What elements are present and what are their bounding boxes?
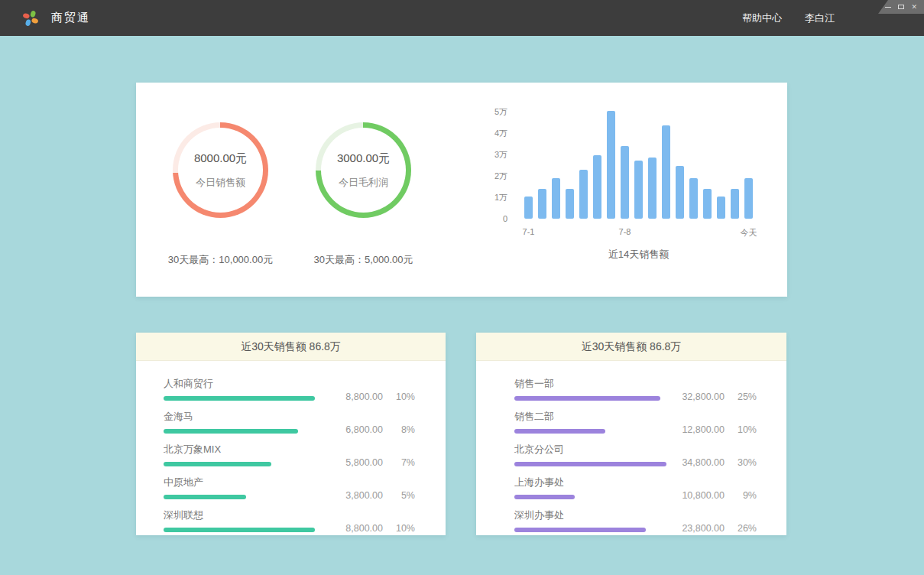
ranking-row: 上海办事处 10,800.00 9%	[514, 476, 757, 499]
user-menu[interactable]: 李白江	[805, 11, 835, 25]
chart-title: 近14天销售额	[524, 248, 753, 262]
x-tick-label: 7-1	[523, 227, 535, 236]
row-label: 金海马	[164, 410, 322, 424]
sales-bar	[689, 178, 698, 219]
row-label: 上海办事处	[514, 476, 663, 489]
sales-bar	[634, 161, 643, 219]
row-label: 人和商贸行	[164, 377, 322, 391]
row-progress-bar	[514, 528, 646, 532]
row-label: 销售一部	[514, 377, 663, 391]
sales-bar	[744, 178, 753, 219]
row-value: 5,800.00	[329, 457, 383, 468]
help-center-link[interactable]: 帮助中心	[742, 11, 782, 25]
y-tick-label: 0	[503, 214, 507, 223]
today-profit-ring: 3000.00元 今日毛利润	[316, 122, 411, 218]
ranking-row: 北京分公司 34,800.00 30%	[514, 443, 757, 466]
row-label: 中原地产	[164, 476, 322, 489]
sales-bar	[662, 125, 670, 219]
sales-bar	[552, 178, 560, 219]
sales-bar	[607, 111, 615, 219]
row-percent: 30%	[725, 457, 757, 468]
y-tick-label: 1万	[494, 192, 507, 203]
chart-bar-plot	[524, 112, 753, 219]
today-sales-value: 8000.00元	[194, 151, 247, 166]
row-label: 销售二部	[514, 410, 663, 424]
minimize-icon[interactable]	[885, 7, 891, 8]
row-label: 深圳联想	[164, 508, 322, 522]
row-value: 10,800.00	[671, 490, 725, 501]
profit-30d-max: 30天最高：5,000.00元	[293, 253, 434, 267]
ranking-row: 销售一部 32,800.00 25%	[514, 377, 757, 401]
sales-bar	[648, 158, 657, 219]
y-tick-label: 3万	[494, 149, 507, 161]
x-tick-label: 7-8	[619, 227, 631, 236]
row-progress-bar	[514, 462, 666, 466]
row-progress-bar	[514, 495, 575, 499]
row-percent: 9%	[725, 490, 757, 501]
ranking-row: 深圳联想 8,800.00 10%	[164, 508, 415, 532]
maximize-icon[interactable]	[898, 5, 904, 9]
row-value: 8,800.00	[329, 391, 383, 402]
close-icon[interactable]: ✕	[911, 4, 917, 11]
row-percent: 5%	[383, 490, 415, 501]
row-progress-bar	[164, 396, 315, 401]
today-sales-ring: 8000.00元 今日销售额	[173, 122, 268, 218]
row-value: 3,800.00	[329, 490, 383, 501]
department-ranking-card: 近30天销售额 86.8万 销售一部 32,800.00 25% 销售二部 12…	[476, 333, 786, 535]
today-profit-donut: 3000.00元 今日毛利润 30天最高：5,000.00元	[316, 122, 411, 297]
sales-bar	[703, 189, 712, 219]
row-progress-bar	[164, 429, 298, 434]
row-percent: 7%	[383, 457, 415, 468]
ranking-row: 金海马 6,800.00 8%	[164, 410, 415, 434]
department-ranking-header: 近30天销售额 86.8万	[476, 333, 786, 361]
row-value: 23,800.00	[671, 523, 725, 534]
row-percent: 26%	[725, 523, 757, 534]
row-value: 34,800.00	[671, 457, 725, 468]
sales-30d-max: 30天最高：10,000.00元	[150, 253, 291, 267]
row-percent: 8%	[383, 424, 415, 435]
sales-bar	[676, 166, 684, 219]
titlebar: 商贸通 帮助中心 李白江 ✕	[0, 0, 924, 36]
sales-bar	[524, 197, 533, 219]
row-label: 北京分公司	[514, 443, 663, 456]
row-value: 12,800.00	[671, 424, 725, 435]
titlebar-nav: 帮助中心 李白江	[742, 11, 835, 25]
row-value: 32,800.00	[671, 391, 725, 402]
ranking-row: 深圳办事处 23,800.00 26%	[514, 508, 757, 532]
today-profit-value: 3000.00元	[337, 151, 390, 166]
today-sales-donut: 8000.00元 今日销售额 30天最高：10,000.00元	[173, 122, 268, 297]
customer-ranking-list: 人和商贸行 8,800.00 10% 金海马 6,800.00 8% 北京万象M…	[136, 361, 446, 532]
row-value: 6,800.00	[329, 424, 383, 435]
row-progress-bar	[164, 462, 271, 466]
customer-ranking-header: 近30天销售额 86.8万	[136, 333, 446, 361]
sales-bar	[579, 170, 588, 219]
row-percent: 10%	[383, 523, 415, 534]
row-progress-bar	[164, 495, 246, 499]
row-percent: 10%	[383, 391, 415, 402]
row-label: 深圳办事处	[514, 508, 663, 522]
chart-y-axis: 5万4万3万2万1万0	[466, 112, 507, 219]
today-profit-label: 今日毛利润	[339, 176, 388, 190]
donut-gauges: 8000.00元 今日销售额 30天最高：10,000.00元 3000.00元…	[136, 83, 411, 297]
sales-bar	[566, 189, 574, 219]
ranking-row: 销售二部 12,800.00 10%	[514, 410, 757, 434]
y-tick-label: 5万	[494, 106, 507, 118]
window-controls: ✕	[878, 0, 924, 14]
ranking-row: 中原地产 3,800.00 5%	[164, 476, 415, 499]
row-progress-bar	[164, 528, 315, 532]
row-progress-bar	[514, 429, 605, 434]
chart-x-axis: 7-17-8今天	[524, 219, 753, 237]
today-sales-label: 今日销售额	[196, 176, 245, 190]
sales-bar	[731, 189, 739, 219]
app-title: 商贸通	[51, 11, 90, 25]
customer-ranking-card: 近30天销售额 86.8万 人和商贸行 8,800.00 10% 金海马 6,8…	[136, 333, 446, 535]
row-value: 8,800.00	[329, 523, 383, 534]
row-percent: 10%	[725, 424, 757, 435]
ranking-row: 人和商贸行 8,800.00 10%	[164, 377, 415, 401]
sales-14d-chart: 5万4万3万2万1万0 7-17-8今天 近14天销售额	[466, 83, 753, 297]
today-summary-card: 8000.00元 今日销售额 30天最高：10,000.00元 3000.00元…	[136, 83, 787, 297]
app-logo-pinwheel-icon	[21, 9, 40, 28]
y-tick-label: 2万	[494, 171, 507, 182]
row-label: 北京万象MIX	[164, 443, 322, 456]
row-percent: 25%	[725, 391, 757, 402]
